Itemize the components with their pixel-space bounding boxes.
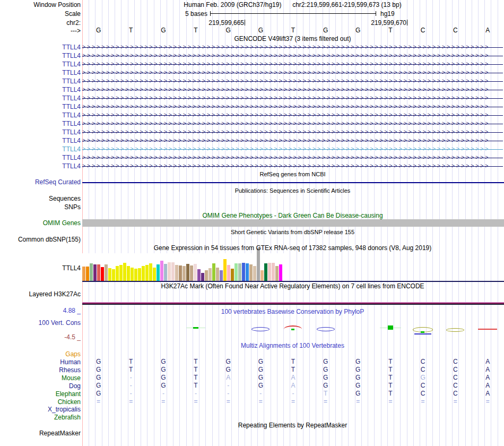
gene-transcript-row[interactable]: >>>>>>>>>>>>>>>>>>>>>>>>>>>>>>>>>>>>>>>>… bbox=[82, 85, 503, 94]
gtex-tissue-bar bbox=[253, 266, 256, 281]
gene-transcript-row[interactable]: >>>>>>>>>>>>>>>>>>>>>>>>>>>>>>>>>>>>>>>>… bbox=[82, 68, 503, 77]
gtex-tissue-bar bbox=[142, 266, 145, 281]
track-label-refseq-curated[interactable]: RefSeq Curated bbox=[35, 178, 81, 186]
multiz-base: = bbox=[416, 398, 429, 405]
gene-transcript-label[interactable]: TTLL4 bbox=[62, 154, 81, 161]
multiz-base: G bbox=[92, 366, 105, 373]
gene-direction-arrows: >>>>>>>>>>>>>>>>>>>>>>>>>>>>>>>>>>>>>>>>… bbox=[82, 145, 503, 153]
track-label-common-dbsnp[interactable]: Common dbSNP(155) bbox=[18, 236, 81, 243]
gene-transcript-row[interactable]: >>>>>>>>>>>>>>>>>>>>>>>>>>>>>>>>>>>>>>>>… bbox=[82, 52, 503, 60]
track-label-snps[interactable]: SNPs bbox=[64, 203, 81, 211]
gene-transcript-row[interactable]: >>>>>>>>>>>>>>>>>>>>>>>>>>>>>>>>>>>>>>>>… bbox=[82, 145, 503, 153]
gene-transcript-label[interactable]: TTLL4 bbox=[62, 44, 81, 51]
gtex-tissue-bar bbox=[201, 273, 204, 281]
sequence-base: T bbox=[190, 27, 201, 34]
scale-bar-right-tick bbox=[376, 11, 376, 16]
gene-transcript-row[interactable]: >>>>>>>>>>>>>>>>>>>>>>>>>>>>>>>>>>>>>>>>… bbox=[82, 43, 503, 52]
multiz-base: - bbox=[125, 390, 137, 397]
gene-transcript-label[interactable]: TTLL4 bbox=[62, 61, 81, 68]
scale-label: Scale bbox=[65, 10, 81, 18]
multiz-base: - bbox=[157, 390, 170, 397]
sequence-base: G bbox=[223, 27, 233, 34]
multiz-base: T bbox=[189, 382, 202, 389]
multiz-base: - bbox=[286, 390, 299, 397]
gtex-tissue-bar bbox=[168, 262, 171, 281]
gene-transcript-row[interactable]: >>>>>>>>>>>>>>>>>>>>>>>>>>>>>>>>>>>>>>>>… bbox=[82, 102, 503, 111]
gene-transcript-label[interactable]: TTLL4 bbox=[62, 78, 81, 85]
gtex-tissue-bar bbox=[264, 263, 267, 281]
gene-transcript-row[interactable]: >>>>>>>>>>>>>>>>>>>>>>>>>>>>>>>>>>>>>>>>… bbox=[82, 119, 503, 128]
gene-transcript-label[interactable]: TTLL4 bbox=[62, 69, 81, 76]
track-label-sequences[interactable]: Sequences bbox=[49, 195, 81, 202]
cons-mark-green-square bbox=[388, 325, 393, 330]
multiz-base: G bbox=[254, 374, 267, 381]
cons-mark-green-tick bbox=[193, 327, 198, 329]
multiz-base: A bbox=[286, 382, 299, 389]
track-label-gtex-ttll4[interactable]: TTLL4 bbox=[62, 264, 81, 272]
gtex-tissue-bar bbox=[175, 265, 178, 281]
track-label-layered-h3k27ac[interactable]: Layered H3K27Ac bbox=[29, 290, 81, 298]
multiz-base: - bbox=[125, 382, 137, 389]
gene-transcript-label[interactable]: TTLL4 bbox=[62, 137, 81, 144]
gene-transcript-label[interactable]: TTLL4 bbox=[62, 112, 81, 119]
track-label-repeatmasker[interactable]: RepeatMasker bbox=[39, 430, 81, 437]
gtex-tissue-bar bbox=[246, 263, 249, 281]
genome-browser-image: GTGTGGTGGTCCATTLL4>>>>>>>>>>>>>>>>>>>>>>… bbox=[0, 0, 504, 446]
gene-transcript-label[interactable]: TTLL4 bbox=[62, 128, 81, 136]
multiz-base: T bbox=[125, 358, 137, 365]
gtex-tissue-bar bbox=[171, 262, 175, 281]
gene-transcript-row[interactable]: >>>>>>>>>>>>>>>>>>>>>>>>>>>>>>>>>>>>>>>>… bbox=[82, 153, 503, 162]
gene-transcript-label[interactable]: TTLL4 bbox=[62, 162, 81, 170]
gene-transcript-row[interactable]: >>>>>>>>>>>>>>>>>>>>>>>>>>>>>>>>>>>>>>>>… bbox=[82, 128, 503, 136]
gene-transcript-label[interactable]: TTLL4 bbox=[62, 120, 81, 127]
gtex-barchart[interactable] bbox=[82, 253, 284, 281]
gene-transcript-label[interactable]: TTLL4 bbox=[62, 103, 81, 110]
multiz-row-label-zebrafish[interactable]: Zebrafish bbox=[54, 414, 81, 421]
gene-transcript-label[interactable]: TTLL4 bbox=[62, 95, 81, 102]
gtex-tissue-bar bbox=[90, 263, 93, 281]
track-label-gaps[interactable]: Gaps bbox=[65, 350, 81, 358]
gene-direction-arrows: >>>>>>>>>>>>>>>>>>>>>>>>>>>>>>>>>>>>>>>>… bbox=[82, 44, 503, 51]
gtex-tissue-bar bbox=[279, 264, 282, 281]
multiz-row-label-rhesus[interactable]: Rhesus bbox=[59, 366, 81, 374]
multiz-base: C bbox=[449, 366, 462, 373]
gtex-tissue-bar bbox=[227, 265, 230, 281]
refseq-curated-line[interactable] bbox=[82, 182, 504, 183]
gtex-tissue-bar bbox=[208, 268, 212, 281]
multiz-row-label-human[interactable]: Human bbox=[60, 358, 81, 366]
gtex-title: Gene Expression in 54 tissues from GTEx … bbox=[82, 245, 503, 252]
gene-transcript-row[interactable]: >>>>>>>>>>>>>>>>>>>>>>>>>>>>>>>>>>>>>>>>… bbox=[82, 60, 503, 68]
gene-transcript-row[interactable]: >>>>>>>>>>>>>>>>>>>>>>>>>>>>>>>>>>>>>>>>… bbox=[82, 111, 503, 119]
gene-transcript-label[interactable]: TTLL4 bbox=[62, 52, 81, 59]
multiz-row-label-x_tropicalis[interactable]: X_tropicalis bbox=[48, 406, 81, 413]
multiz-base: C bbox=[416, 358, 429, 365]
omim-genes-bar[interactable] bbox=[82, 219, 504, 227]
multiz-base: G bbox=[319, 374, 332, 381]
multiz-row-label-mouse[interactable]: Mouse bbox=[62, 374, 81, 382]
omim-title: OMIM Gene Phenotypes - Dark Green Can Be… bbox=[82, 212, 503, 219]
track-label-100-vert-cons[interactable]: 100 Vert. Cons bbox=[39, 319, 81, 327]
gtex-tissue-bar bbox=[127, 266, 130, 281]
gene-transcript-row[interactable]: >>>>>>>>>>>>>>>>>>>>>>>>>>>>>>>>>>>>>>>>… bbox=[82, 136, 503, 145]
multiz-row-label-chicken[interactable]: Chicken bbox=[58, 398, 81, 406]
multiz-base: C bbox=[416, 366, 429, 373]
gene-transcript-row[interactable]: >>>>>>>>>>>>>>>>>>>>>>>>>>>>>>>>>>>>>>>>… bbox=[82, 77, 503, 85]
gene-transcript-row[interactable]: >>>>>>>>>>>>>>>>>>>>>>>>>>>>>>>>>>>>>>>>… bbox=[82, 162, 503, 170]
track-label-omim-genes[interactable]: OMIM Genes bbox=[43, 219, 81, 227]
multiz-row-label-dog[interactable]: Dog bbox=[69, 382, 81, 390]
gene-transcript-label[interactable]: TTLL4 bbox=[62, 86, 81, 93]
gtex-tissue-bar bbox=[145, 265, 149, 281]
multiz-row-label-elephant[interactable]: Elephant bbox=[56, 390, 81, 398]
h3k27ac-signal-bar[interactable] bbox=[82, 302, 504, 305]
gtex-tissue-bar bbox=[134, 269, 137, 281]
sequence-base: G bbox=[255, 27, 266, 34]
cons-mark-red-line bbox=[478, 329, 497, 330]
conservation-title: 100 vertebrates Basewise Conservation by… bbox=[82, 308, 503, 315]
gene-transcript-label[interactable]: TTLL4 bbox=[62, 145, 81, 153]
multiz-base: = bbox=[286, 398, 299, 405]
multiz-base: G bbox=[222, 366, 234, 373]
gtex-tissue-bar bbox=[272, 263, 275, 281]
gtex-tissue-bar bbox=[249, 264, 253, 281]
gene-transcript-row[interactable]: >>>>>>>>>>>>>>>>>>>>>>>>>>>>>>>>>>>>>>>>… bbox=[82, 94, 503, 102]
gtex-baseline bbox=[82, 281, 504, 282]
